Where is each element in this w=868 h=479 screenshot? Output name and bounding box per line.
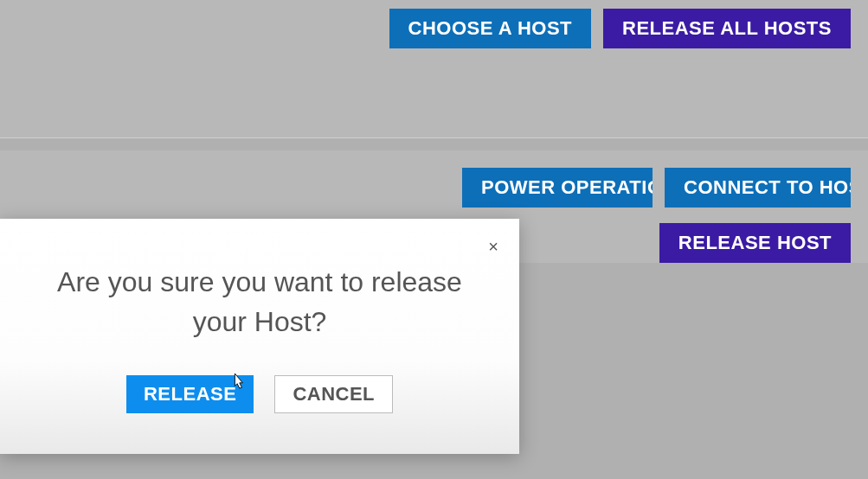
release-host-button[interactable]: RELEASE HOST <box>659 223 851 263</box>
release-all-hosts-button[interactable]: RELEASE ALL HOSTS <box>603 9 851 48</box>
top-toolbar: CHOOSE A HOST RELEASE ALL HOSTS <box>0 0 868 138</box>
bottom-toolbar-row2: RELEASE HOST <box>659 223 851 263</box>
connect-to-host-button[interactable]: CONNECT TO HOST <box>665 168 851 208</box>
power-operation-button[interactable]: POWER OPERATION <box>462 168 653 208</box>
confirm-release-modal: × Are you sure you want to release your … <box>0 219 519 454</box>
modal-message: Are you sure you want to release your Ho… <box>35 262 485 342</box>
choose-host-button[interactable]: CHOOSE A HOST <box>389 9 591 48</box>
bottom-toolbar-row1: POWER OPERATION CONNECT TO HOST <box>462 168 851 208</box>
close-icon[interactable]: × <box>488 238 498 255</box>
modal-button-row: RELEASE CANCEL <box>35 375 485 413</box>
cancel-button[interactable]: CANCEL <box>274 375 393 413</box>
release-button[interactable]: RELEASE <box>126 375 254 413</box>
